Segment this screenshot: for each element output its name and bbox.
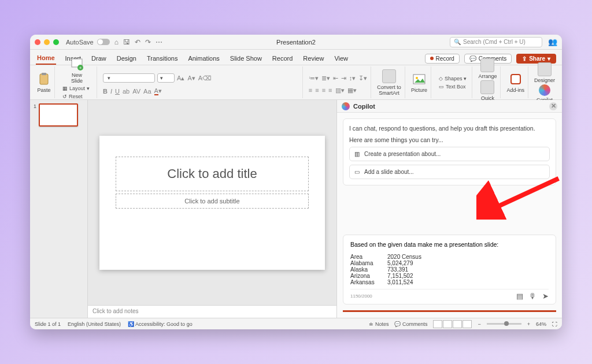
attachment-icon[interactable]: ▤ [516, 292, 523, 300]
fontcolor-icon[interactable]: A▾ [154, 87, 162, 95]
autosave-toggle[interactable]: AutoSave [66, 39, 110, 46]
smartart-icon [382, 69, 396, 83]
powerpoint-window: AutoSave ⌂ 🖫 ↶ ↷ ⋯ Presentation2 🔍 Searc… [30, 35, 562, 329]
toggle-switch-icon[interactable] [97, 39, 110, 45]
slide-canvas[interactable]: Click to add title Click to add subtitle [99, 136, 325, 270]
search-input[interactable]: 🔍 Search (Cmd + Ctrl + U) [450, 37, 542, 47]
zoom-in-icon[interactable]: + [527, 321, 530, 327]
tab-view[interactable]: View [333, 53, 349, 64]
tab-transitions[interactable]: Transitions [146, 53, 179, 64]
bold-icon[interactable]: B [103, 88, 108, 95]
microphone-icon[interactable]: 🎙 [529, 292, 536, 300]
convert-smartart-button[interactable]: Convert to SmartArt [377, 69, 401, 96]
comments-toggle[interactable]: 💬 Comments [394, 321, 427, 327]
close-window-icon[interactable] [35, 39, 40, 45]
text-direction-icon[interactable]: ↧▾ [358, 75, 367, 82]
home-icon[interactable]: ⌂ [114, 38, 119, 46]
italic-icon[interactable]: I [110, 88, 112, 95]
justify-icon[interactable]: ≡ [328, 87, 332, 94]
font-combo[interactable]: ▾ [103, 73, 155, 83]
tab-review[interactable]: Review [302, 53, 325, 64]
align-right-icon[interactable]: ≡ [322, 87, 325, 94]
search-icon: 🔍 [454, 39, 461, 45]
tab-draw[interactable]: Draw [90, 53, 108, 64]
arrange-button[interactable]: Arrange [478, 58, 497, 79]
strike-icon[interactable]: ab [123, 88, 130, 95]
fit-to-window-icon[interactable]: ⛶ [552, 321, 557, 327]
status-bar: Slide 1 of 1 English (United States) ♿ A… [30, 318, 562, 329]
autosave-label: AutoSave [66, 39, 94, 46]
tab-home[interactable]: Home [36, 52, 56, 65]
columns-icon[interactable]: ▥▾ [335, 87, 345, 94]
slide-icon: ▭ [354, 169, 360, 175]
indent-right-icon[interactable]: ⇥ [341, 75, 346, 82]
send-icon[interactable]: ➤ [542, 292, 549, 300]
copilot-intro-text: I can chat, respond to questions, and he… [349, 125, 550, 132]
record-button[interactable]: Record [425, 54, 460, 64]
line-spacing-icon[interactable]: ↕▾ [349, 75, 356, 82]
highlight-icon[interactable]: Aa [143, 88, 151, 95]
document-title: Presentation2 [276, 39, 316, 46]
save-icon[interactable]: 🖫 [123, 38, 130, 46]
undo-icon[interactable]: ↶ [135, 38, 140, 46]
addins-button[interactable]: Add-ins [506, 72, 524, 93]
window-controls[interactable] [35, 39, 59, 45]
zoom-out-icon[interactable]: − [478, 321, 480, 327]
copilot-try-text: Here are some things you can try... [349, 136, 550, 143]
tab-record[interactable]: Record [271, 53, 294, 64]
bullets-icon[interactable]: ≔▾ [309, 75, 319, 82]
share-people-icon[interactable]: 👥 [548, 38, 557, 46]
indent-left-icon[interactable]: ⇤ [333, 75, 338, 82]
notes-toggle[interactable]: ≐ Notes [369, 321, 388, 327]
tab-slideshow[interactable]: Slide Show [229, 53, 263, 64]
language-status[interactable]: English (United States) [68, 321, 121, 327]
tab-design[interactable]: Design [116, 53, 138, 64]
align-text-icon[interactable]: ▦▾ [347, 87, 357, 94]
tab-animations[interactable]: Animations [187, 53, 220, 64]
numbers-icon[interactable]: ≣▾ [321, 75, 330, 82]
copilot-logo-icon [342, 102, 350, 110]
zoom-slider[interactable] [487, 323, 521, 325]
minimize-window-icon[interactable] [44, 39, 50, 45]
fontsize-combo[interactable]: ▾ [157, 73, 175, 83]
svg-text:+: + [79, 65, 82, 70]
copilot-intro-card: I can chat, respond to questions, and he… [343, 118, 556, 185]
reset-button[interactable]: ↺ Reset [61, 93, 93, 100]
notes-pane[interactable]: Click to add notes [88, 305, 336, 318]
new-slide-icon: + [70, 57, 84, 71]
clear-format-icon[interactable]: A⌫ [198, 75, 212, 82]
copilot-input-box[interactable]: Based on the given data make me a presen… [343, 235, 556, 304]
designer-icon [538, 62, 552, 76]
suggestion-create-presentation[interactable]: ▥Create a presentation about... [349, 147, 550, 161]
slide-thumbnail[interactable] [39, 103, 78, 127]
layout-button[interactable]: ▦ Layout ▾ [61, 85, 93, 92]
align-left-icon[interactable]: ≡ [309, 87, 312, 94]
accessibility-status[interactable]: ♿ Accessibility: Good to go [128, 321, 193, 327]
new-slide-button[interactable]: + New Slide [70, 57, 84, 84]
zoom-level[interactable]: 64% [536, 321, 546, 327]
subtitle-placeholder[interactable]: Click to add subtitle [116, 194, 309, 209]
picture-button[interactable]: Picture [411, 72, 427, 93]
underline-icon[interactable]: U [115, 88, 120, 95]
paste-button[interactable]: Paste [37, 72, 51, 93]
increase-font-icon[interactable]: A▴ [177, 75, 184, 82]
shapes-button[interactable]: ◇ Shapes ▾ [437, 75, 469, 82]
align-center-icon[interactable]: ≡ [315, 87, 319, 94]
designer-button[interactable]: Designer [534, 62, 555, 83]
copilot-prompt-text: Based on the given data make me a presen… [350, 241, 549, 248]
svg-rect-0 [40, 74, 48, 84]
slide-thumbnail-pane[interactable]: 1 [30, 100, 88, 318]
title-placeholder[interactable]: Click to add title [116, 157, 309, 191]
shadow-icon[interactable]: AV [132, 88, 140, 95]
maximize-window-icon[interactable] [53, 39, 59, 45]
suggestion-add-slide[interactable]: ▭Add a slide about... [349, 165, 550, 179]
redo-icon[interactable]: ↷ [145, 38, 151, 46]
slide-editor: Click to add title Click to add subtitle… [88, 100, 336, 318]
more-icon[interactable]: ⋯ [156, 38, 162, 46]
svg-rect-1 [42, 73, 46, 75]
decrease-font-icon[interactable]: A▾ [187, 75, 195, 82]
close-pane-icon[interactable]: ✕ [549, 102, 557, 110]
view-buttons[interactable] [433, 320, 472, 328]
textbox-button[interactable]: ▭ Text Box [437, 83, 469, 90]
slide-counter[interactable]: Slide 1 of 1 [35, 321, 61, 327]
